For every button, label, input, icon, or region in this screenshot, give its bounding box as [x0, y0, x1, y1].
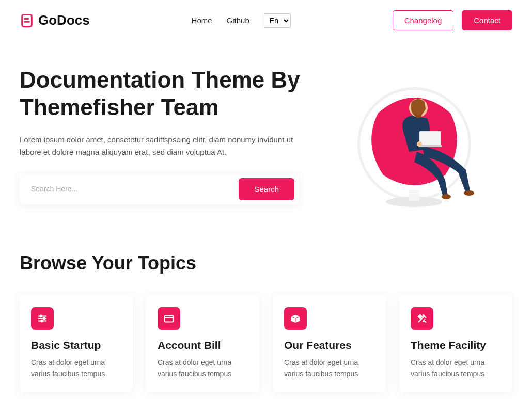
topics-heading: Browse Your Topics: [20, 252, 512, 274]
topic-title: Theme Facility: [411, 339, 501, 352]
nav-github[interactable]: Github: [227, 16, 249, 25]
hero-content: Documentation Theme By Themefisher Team …: [20, 67, 305, 211]
sliders-icon: [31, 307, 54, 330]
language-select[interactable]: En: [264, 13, 291, 28]
tools-icon: [411, 307, 433, 330]
contact-button[interactable]: Contact: [462, 10, 512, 30]
person-chair-illustration: [342, 67, 487, 211]
changelog-button[interactable]: Changelog: [393, 10, 454, 30]
credit-card-icon: [158, 307, 180, 330]
hero-section: Documentation Theme By Themefisher Team …: [0, 41, 532, 232]
svg-point-15: [40, 315, 42, 317]
search-input[interactable]: [24, 179, 239, 199]
svg-point-8: [442, 194, 451, 199]
topic-card-account-bill[interactable]: Account Bill Cras at dolor eget urna var…: [146, 295, 259, 392]
box-icon: [284, 307, 307, 330]
brand-name: GoDocs: [38, 12, 90, 28]
svg-rect-20: [165, 316, 174, 322]
topic-title: Our Features: [284, 339, 374, 352]
svg-rect-0: [22, 14, 32, 26]
topic-desc: Cras at dolor eget urna varius faucibus …: [284, 357, 374, 380]
topic-title: Account Bill: [158, 339, 248, 352]
navbar: GoDocs Home Github En Changelog Contact: [0, 0, 532, 41]
svg-rect-12: [418, 145, 442, 147]
search-form: Search: [20, 174, 299, 204]
topic-card-basic-startup[interactable]: Basic Startup Cras at dolor eget urna va…: [20, 295, 133, 392]
nav-center: Home Github En: [192, 13, 291, 28]
svg-rect-11: [420, 132, 440, 145]
search-button[interactable]: Search: [239, 178, 294, 200]
topics-grid: Basic Startup Cras at dolor eget urna va…: [20, 295, 512, 392]
svg-rect-6: [409, 190, 419, 201]
topics-section: Browse Your Topics Basic Startup Cras at…: [0, 232, 532, 392]
hero-illustration-wrap: [316, 67, 512, 211]
hero-title: Documentation Theme By Themefisher Team: [20, 67, 305, 121]
topic-desc: Cras at dolor eget urna varius faucibus …: [31, 357, 121, 380]
svg-point-17: [43, 317, 45, 320]
nav-home[interactable]: Home: [192, 16, 212, 25]
topic-card-theme-facility[interactable]: Theme Facility Cras at dolor eget urna v…: [399, 295, 512, 392]
doc-icon: [20, 13, 34, 28]
topic-desc: Cras at dolor eget urna varius faucibus …: [411, 357, 501, 380]
svg-point-13: [417, 141, 422, 147]
brand-logo[interactable]: GoDocs: [20, 12, 90, 28]
svg-point-7: [464, 190, 474, 196]
topic-title: Basic Startup: [31, 339, 121, 352]
hero-description: Lorem ipsum dolor amet, consetetur sadif…: [20, 134, 299, 158]
topic-card-our-features[interactable]: Our Features Cras at dolor eget urna var…: [273, 295, 386, 392]
topic-desc: Cras at dolor eget urna varius faucibus …: [158, 357, 248, 380]
nav-right: Changelog Contact: [393, 10, 512, 30]
svg-point-19: [41, 320, 43, 322]
